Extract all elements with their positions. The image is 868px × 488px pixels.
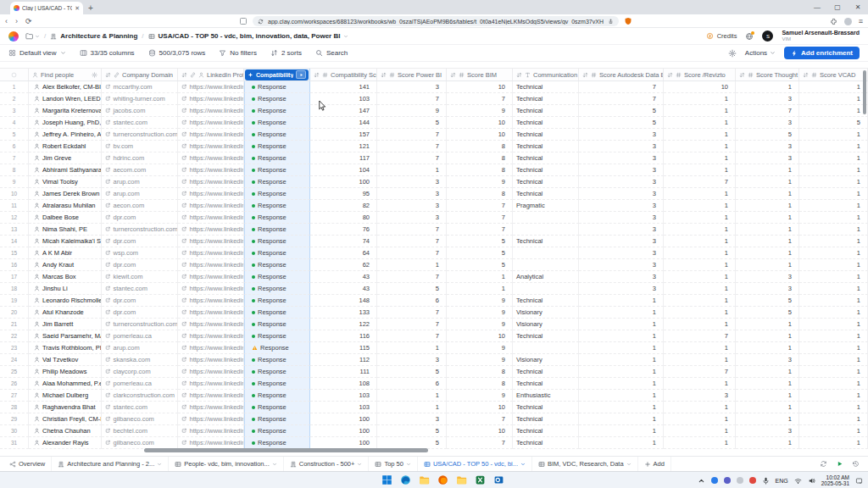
cell-vcad[interactable]: 1 — [799, 295, 868, 307]
cell-bim[interactable]: 8 — [447, 188, 513, 200]
cell-autodesk[interactable]: 3 — [579, 176, 664, 188]
cell-compat[interactable]: 148 — [310, 295, 377, 307]
cell-revizto[interactable]: 1 — [664, 164, 736, 176]
cell-revizto[interactable]: 1 — [664, 307, 736, 319]
cell-name[interactable]: Michael Dulberg — [29, 390, 102, 402]
table-row[interactable]: 16Andy Krautdpr.comhttps://www.linkedin.… — [0, 259, 868, 271]
cell-name[interactable]: Joseph Huang, PhD, ... — [29, 117, 102, 129]
cell-comm[interactable] — [513, 247, 579, 259]
column-header-thought[interactable]: Score Thought Le... — [736, 69, 799, 80]
table-row[interactable]: 17Marcas Boxkiewit.comhttps://www.linked… — [0, 271, 868, 283]
cell-compat[interactable]: 43 — [310, 283, 377, 295]
cell-comm[interactable] — [513, 283, 579, 295]
cell-linkedin[interactable]: https://www.linkedin.co... — [178, 141, 244, 152]
cell-bim[interactable]: 10 — [447, 402, 513, 413]
cell-name[interactable]: Andy Kraut — [29, 259, 102, 271]
cell-compat[interactable]: 111 — [310, 366, 377, 378]
table-row[interactable]: 1Alex Belkofer, CM-BIMmccarthy.comhttps:… — [0, 81, 868, 93]
cell-domain[interactable]: dpr.com — [102, 212, 178, 224]
cell-bim[interactable]: 9 — [447, 354, 513, 366]
vertical-scrollbar[interactable] — [863, 70, 866, 114]
cell-scores[interactable]: Response — [244, 354, 310, 366]
cell-num[interactable]: 30 — [0, 425, 29, 437]
cell-power_bi[interactable]: 3 — [377, 200, 447, 212]
cell-scores[interactable]: Response — [244, 330, 310, 342]
cell-name[interactable]: Marcas Box — [29, 271, 102, 283]
cell-compat[interactable]: 103 — [310, 390, 377, 402]
cell-power_bi[interactable]: 7 — [377, 271, 447, 283]
table-row[interactable]: 21Jim Barrettturnerconstruction.comhttps… — [0, 319, 868, 330]
cell-linkedin[interactable]: https://www.linkedin.co... — [178, 271, 244, 283]
table-row[interactable]: 25Philip Meadowsclaycorp.comhttps://www.… — [0, 366, 868, 378]
cell-power_bi[interactable]: 7 — [377, 224, 447, 236]
cell-domain[interactable]: skanska.com — [102, 354, 178, 366]
cell-scores[interactable]: Response — [244, 425, 310, 437]
cell-scores[interactable]: Response — [244, 152, 310, 164]
cell-vcad[interactable]: 1 — [799, 307, 868, 319]
cell-domain[interactable]: stantec.com — [102, 402, 178, 413]
browser-menu-icon[interactable]: ≡ — [859, 17, 863, 25]
cell-num[interactable]: 8 — [0, 164, 29, 176]
cell-thought[interactable]: 3 — [736, 271, 799, 283]
cell-autodesk[interactable]: 1 — [579, 378, 664, 390]
cell-comm[interactable]: Technical — [513, 141, 579, 152]
cell-vcad[interactable]: 1 — [799, 330, 868, 342]
cell-thought[interactable]: 1 — [736, 236, 799, 247]
cell-thought[interactable]: 1 — [736, 366, 799, 378]
column-header-comm[interactable]: Communication T... — [513, 69, 579, 80]
cell-compat[interactable]: 108 — [310, 378, 377, 390]
extensions-icon[interactable] — [830, 18, 837, 25]
cell-thought[interactable]: 1 — [736, 176, 799, 188]
cell-power_bi[interactable]: 7 — [377, 152, 447, 164]
column-header-compat[interactable]: Compatibility Score — [310, 69, 377, 80]
cell-revizto[interactable]: 3 — [664, 390, 736, 402]
cell-revizto[interactable]: 1 — [664, 271, 736, 283]
cell-domain[interactable]: turnerconstruction.com — [102, 129, 178, 141]
tray-icon[interactable] — [749, 477, 756, 484]
cell-thought[interactable]: 3 — [736, 283, 799, 295]
cell-compat[interactable]: 103 — [310, 402, 377, 413]
cell-scores[interactable]: Response — [244, 117, 310, 129]
cell-domain[interactable]: dpr.com — [102, 236, 178, 247]
cell-autodesk[interactable]: 3 — [579, 236, 664, 247]
cell-compat[interactable]: 76 — [310, 224, 377, 236]
cell-linkedin[interactable]: https://www.linkedin.co... — [178, 200, 244, 212]
cell-comm[interactable]: Technical — [513, 117, 579, 129]
cell-bim[interactable]: 7 — [447, 413, 513, 425]
cell-scores[interactable]: Response — [244, 141, 310, 152]
cell-comm[interactable]: Technical — [513, 425, 579, 437]
table-row[interactable]: 9Vimal Toolsyarup.comhttps://www.linkedi… — [0, 176, 868, 188]
cell-name[interactable]: Alex Belkofer, CM-BIM — [29, 81, 102, 93]
cell-vcad[interactable]: 1 — [799, 342, 868, 354]
cell-domain[interactable]: turnerconstruction.com — [102, 224, 178, 236]
cell-linkedin[interactable]: https://www.linkedin.co... — [178, 152, 244, 164]
cell-comm[interactable]: Technical — [513, 366, 579, 378]
cell-num[interactable]: 1 — [0, 81, 29, 93]
cell-linkedin[interactable]: https://www.linkedin.co... — [178, 437, 244, 449]
cell-compat[interactable]: 121 — [310, 141, 377, 152]
cell-power_bi[interactable]: 7 — [377, 129, 447, 141]
table-row[interactable]: 4Joseph Huang, PhD, ...stantec.comhttps:… — [0, 117, 868, 129]
cell-bim[interactable]: 10 — [447, 81, 513, 93]
cell-comm[interactable]: Visionary — [513, 319, 579, 330]
cell-power_bi[interactable]: 5 — [377, 366, 447, 378]
cell-bim[interactable]: 10 — [447, 330, 513, 342]
cell-bim[interactable]: 8 — [447, 378, 513, 390]
cell-power_bi[interactable]: 1 — [377, 259, 447, 271]
cell-scores[interactable]: Response — [244, 307, 310, 319]
cell-autodesk[interactable]: 1 — [579, 402, 664, 413]
cell-thought[interactable]: 3 — [736, 117, 799, 129]
cell-vcad[interactable]: 1 — [799, 164, 868, 176]
tray-icon[interactable] — [724, 477, 731, 484]
actions-button[interactable]: Actions — [745, 49, 776, 57]
sheet-tab-2[interactable]: People- vdc, bim, innovation... — [169, 457, 283, 471]
maximize-button[interactable]: ▢ — [827, 0, 848, 14]
cell-linkedin[interactable]: https://www.linkedin.co... — [178, 247, 244, 259]
cell-compat[interactable]: 80 — [310, 212, 377, 224]
cell-domain[interactable]: claycorp.com — [102, 366, 178, 378]
folder-icon[interactable] — [456, 474, 467, 485]
cell-compat[interactable]: 122 — [310, 319, 377, 330]
cell-name[interactable]: Landon Wren, LEED AP — [29, 93, 102, 105]
cell-comm[interactable] — [513, 224, 579, 236]
cell-compat[interactable]: 95 — [310, 188, 377, 200]
